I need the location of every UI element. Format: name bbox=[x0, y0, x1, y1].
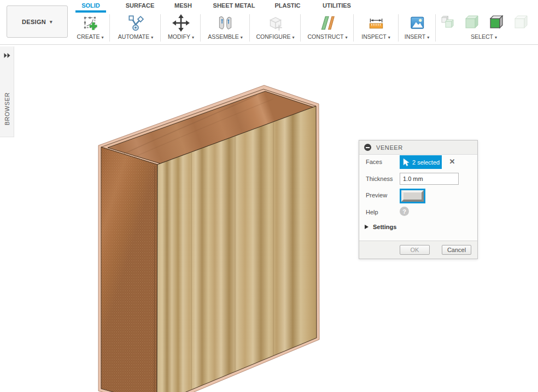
construct-plane-icon bbox=[303, 13, 352, 33]
toolbar-group-configure[interactable]: CONFIGURE▾ bbox=[251, 13, 300, 43]
chevron-down-icon: ▾ bbox=[345, 35, 347, 40]
help-label: Help bbox=[366, 209, 378, 215]
toolbar-group-modify[interactable]: MODIFY▾ bbox=[162, 13, 200, 43]
move-icon bbox=[162, 13, 200, 33]
thickness-label: Thickness bbox=[366, 175, 393, 182]
chevron-down-icon: ▾ bbox=[192, 35, 194, 40]
tab-sheet-metal[interactable]: SHEET METAL bbox=[211, 2, 257, 11]
chevron-down-icon: ▾ bbox=[101, 35, 103, 40]
toolbar-group-construct[interactable]: CONSTRUCT▾ bbox=[303, 13, 352, 43]
clear-selection-icon[interactable]: ✕ bbox=[447, 157, 457, 167]
browser-panel-label: BROWSER bbox=[4, 92, 10, 125]
chevron-down-icon: ▾ bbox=[388, 35, 390, 40]
configure-icon bbox=[251, 13, 300, 33]
group-label: INSERT bbox=[405, 33, 425, 40]
tab-solid[interactable]: SOLID bbox=[75, 2, 106, 11]
cursor-icon bbox=[403, 158, 410, 167]
collapse-dialog-icon[interactable] bbox=[364, 144, 371, 151]
group-label: INSPECT bbox=[361, 33, 387, 40]
help-icon[interactable]: ? bbox=[400, 207, 409, 216]
toolbar-separator bbox=[200, 14, 201, 42]
cancel-button[interactable]: Cancel bbox=[442, 245, 471, 255]
faces-count: 2 selected bbox=[412, 159, 440, 166]
select-ghost-icon[interactable] bbox=[512, 13, 530, 33]
toolbar-separator bbox=[109, 14, 110, 42]
automate-icon bbox=[112, 13, 159, 33]
select-body-icon[interactable] bbox=[463, 13, 481, 33]
dialog-footer: OK Cancel bbox=[359, 241, 477, 259]
group-label: SELECT bbox=[471, 33, 493, 40]
veneer-dialog: VENEER Faces 2 selected ✕ Thickness Prev… bbox=[359, 140, 478, 259]
chevron-down-icon: ▾ bbox=[292, 35, 294, 40]
tab-surface[interactable]: SURFACE bbox=[119, 2, 161, 11]
image-icon bbox=[400, 13, 434, 33]
settings-label: Settings bbox=[373, 224, 396, 230]
settings-expander[interactable]: Settings bbox=[365, 224, 396, 230]
group-label: ASSEMBLE bbox=[208, 33, 239, 40]
expand-panel-icon[interactable] bbox=[3, 51, 10, 61]
dialog-title: VENEER bbox=[376, 144, 403, 151]
preview-toggle-button[interactable] bbox=[400, 189, 425, 203]
group-label: AUTOMATE bbox=[118, 33, 149, 40]
tab-utilities[interactable]: UTILITIES bbox=[320, 2, 353, 11]
preview-thumbnail bbox=[401, 190, 424, 202]
group-label: CONFIGURE bbox=[256, 33, 290, 40]
select-component-icon[interactable] bbox=[438, 13, 456, 33]
create-sketch-icon bbox=[72, 13, 109, 33]
chevron-down-icon: ▾ bbox=[495, 35, 497, 40]
group-label: CREATE bbox=[77, 33, 100, 40]
workspace-label: DESIGN bbox=[22, 19, 46, 25]
tab-label: SHEET METAL bbox=[213, 2, 255, 9]
tab-label: PLASTIC bbox=[274, 2, 300, 9]
faces-label: Faces bbox=[366, 159, 382, 165]
tab-label: MESH bbox=[174, 2, 192, 9]
tab-plastic[interactable]: PLASTIC bbox=[272, 2, 303, 11]
chevron-down-icon: ▾ bbox=[427, 35, 429, 40]
toolbar-separator bbox=[353, 14, 354, 42]
toolbar-group-assemble[interactable]: ASSEMBLE▾ bbox=[202, 13, 249, 43]
tab-label: SURFACE bbox=[126, 2, 155, 9]
toolbar-group-select[interactable]: SELECT▾ bbox=[437, 13, 531, 43]
chevron-down-icon: ▾ bbox=[151, 35, 153, 40]
toolbar-group-automate[interactable]: AUTOMATE▾ bbox=[112, 13, 159, 43]
side-face-texture bbox=[101, 147, 157, 392]
thickness-input[interactable] bbox=[400, 173, 459, 185]
faces-selection-button[interactable]: 2 selected bbox=[400, 155, 442, 169]
browser-panel-tab[interactable]: BROWSER bbox=[0, 46, 14, 137]
toolbar-group-create[interactable]: CREATE▾ bbox=[72, 13, 109, 43]
ok-button[interactable]: OK bbox=[400, 245, 430, 255]
preview-label: Preview bbox=[366, 192, 387, 198]
select-face-icon[interactable] bbox=[488, 13, 505, 33]
toolbar: DESIGN ▾ SOLID SURFACE MESH SHEET METAL … bbox=[0, 0, 538, 45]
chevron-down-icon: ▾ bbox=[241, 35, 243, 40]
tab-mesh[interactable]: MESH bbox=[171, 2, 196, 11]
joint-icon bbox=[202, 13, 249, 33]
toolbar-separator bbox=[398, 14, 399, 42]
toolbar-separator bbox=[160, 14, 161, 42]
toolbar-separator bbox=[435, 14, 436, 42]
chevron-right-icon bbox=[365, 225, 369, 229]
chevron-down-icon: ▾ bbox=[50, 19, 52, 25]
tab-label: UTILITIES bbox=[323, 2, 351, 9]
tab-label: SOLID bbox=[81, 2, 100, 9]
group-label: CONSTRUCT bbox=[308, 33, 344, 40]
toolbar-group-inspect[interactable]: INSPECT▾ bbox=[355, 13, 397, 43]
toolbar-separator bbox=[300, 14, 301, 42]
toolbar-separator bbox=[249, 14, 250, 42]
toolbar-group-insert[interactable]: INSERT▾ bbox=[400, 13, 434, 43]
workspace-switcher[interactable]: DESIGN ▾ bbox=[7, 5, 68, 38]
dialog-header[interactable]: VENEER bbox=[359, 141, 477, 155]
measure-icon bbox=[355, 13, 397, 33]
group-label: MODIFY bbox=[168, 33, 190, 40]
help-glyph: ? bbox=[402, 208, 406, 215]
